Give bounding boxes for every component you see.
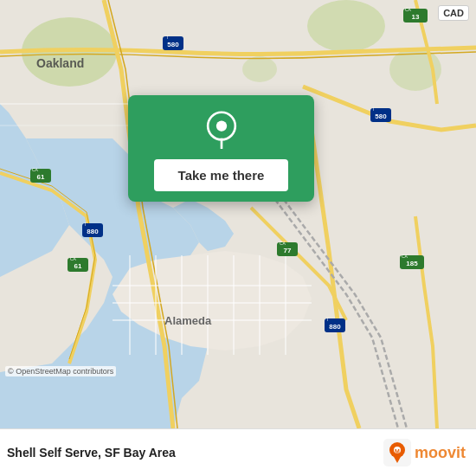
svg-point-51: [215, 120, 226, 131]
map-container: 580 I 880 I 880 I 61 CA 61 CA 77 CA 185 …: [0, 0, 476, 428]
svg-text:580: 580: [167, 41, 179, 48]
location-info: Shell Self Serve, SF Bay Area: [7, 446, 176, 460]
svg-text:61: 61: [74, 262, 82, 270]
svg-text:77: 77: [284, 247, 292, 254]
osm-attribution: © OpenStreetMap contributors: [5, 366, 116, 376]
cad-badge: CAD: [438, 5, 469, 21]
location-name: Shell Self Serve, SF Bay Area: [7, 446, 176, 460]
svg-text:I: I: [327, 317, 328, 322]
svg-text:61: 61: [37, 173, 45, 181]
svg-text:880: 880: [329, 323, 341, 331]
svg-text:I: I: [85, 222, 86, 227]
location-pin-icon: [203, 111, 241, 149]
moovit-logo: M moovit: [383, 439, 466, 466]
svg-text:13: 13: [412, 13, 420, 21]
svg-point-7: [242, 56, 277, 82]
svg-text:CA: CA: [280, 241, 286, 246]
moovit-icon: M: [383, 439, 411, 466]
svg-text:I: I: [167, 35, 168, 40]
svg-text:Alameda: Alameda: [164, 314, 212, 327]
moovit-label: moovit: [415, 444, 466, 462]
svg-text:880: 880: [87, 228, 99, 235]
svg-text:185: 185: [406, 260, 418, 267]
bottom-bar: Shell Self Serve, SF Bay Area M moovit: [0, 428, 476, 476]
popup-card: Take me there: [128, 95, 314, 202]
svg-text:Oakland: Oakland: [36, 56, 84, 70]
take-me-there-button[interactable]: Take me there: [154, 159, 289, 191]
svg-point-5: [307, 0, 385, 52]
svg-text:580: 580: [375, 113, 387, 120]
svg-text:CA: CA: [32, 167, 39, 172]
svg-text:I: I: [373, 106, 374, 112]
svg-text:CA: CA: [402, 254, 408, 259]
svg-text:CA: CA: [70, 256, 77, 261]
map-background: 580 I 880 I 880 I 61 CA 61 CA 77 CA 185 …: [0, 0, 476, 428]
svg-text:M: M: [395, 448, 400, 454]
svg-text:CA: CA: [405, 7, 412, 12]
